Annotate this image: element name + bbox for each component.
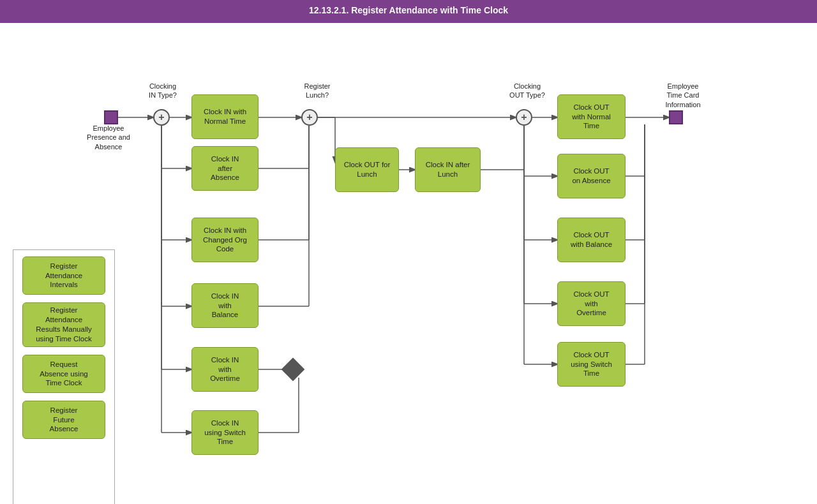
clock-in-after-lunch: Clock IN afterLunch xyxy=(415,147,481,192)
left-panel: RegisterAttendanceIntervals RegisterAtte… xyxy=(13,249,115,504)
clock-in-normal: Clock IN withNormal Time xyxy=(191,94,259,139)
clock-out-lunch: Clock OUT forLunch xyxy=(335,147,399,192)
title-bar: 12.13.2.1. Register Attendance with Time… xyxy=(0,0,817,23)
start-event xyxy=(104,110,118,124)
clock-out-switch: Clock OUTusing SwitchTime xyxy=(557,342,626,387)
left-panel-item-register-attendance-intervals[interactable]: RegisterAttendanceIntervals xyxy=(22,256,105,295)
clock-in-after-absence: Clock INafterAbsence xyxy=(191,146,259,191)
gateway-clocking-in-type xyxy=(153,109,170,126)
title-text: 12.13.2.1. Register Attendance with Time… xyxy=(309,5,508,15)
employee-time-card-label: EmployeeTime CardInformation xyxy=(657,82,708,109)
gateway-register-lunch xyxy=(301,109,318,126)
main-canvas: EmployeePresence andAbsence ClockingIN T… xyxy=(0,23,817,504)
clock-out-normal: Clock OUTwith NormalTime xyxy=(557,94,626,139)
clock-in-balance: Clock INwithBalance xyxy=(191,283,259,328)
gateway-clocking-out-type xyxy=(516,109,532,126)
clocking-out-type-label: ClockingOUT Type? xyxy=(504,82,550,100)
clock-in-changed-org: Clock IN withChanged OrgCode xyxy=(191,218,259,262)
clock-out-overtime: Clock OUTwithOvertime xyxy=(557,281,626,326)
employee-label: EmployeePresence andAbsence xyxy=(83,124,134,151)
clocking-in-type-label: ClockingIN Type? xyxy=(140,82,185,100)
end-event xyxy=(669,110,683,124)
left-panel-item-register-attendance-manually[interactable]: RegisterAttendanceResults Manuallyusing … xyxy=(22,302,105,347)
left-panel-item-request-absence[interactable]: RequestAbsence usingTime Clock xyxy=(22,355,105,393)
clock-out-absence: Clock OUTon Absence xyxy=(557,154,626,198)
register-lunch-label: RegisterLunch? xyxy=(295,82,340,100)
clock-in-overtime: Clock INwithOvertime xyxy=(191,347,259,392)
clock-in-switch: Clock INusing SwitchTime xyxy=(191,410,259,455)
left-panel-item-register-future-absence[interactable]: RegisterFutureAbsence xyxy=(22,401,105,439)
clock-out-balance: Clock OUTwith Balance xyxy=(557,218,626,262)
gateway-overtime-merge xyxy=(281,358,305,382)
